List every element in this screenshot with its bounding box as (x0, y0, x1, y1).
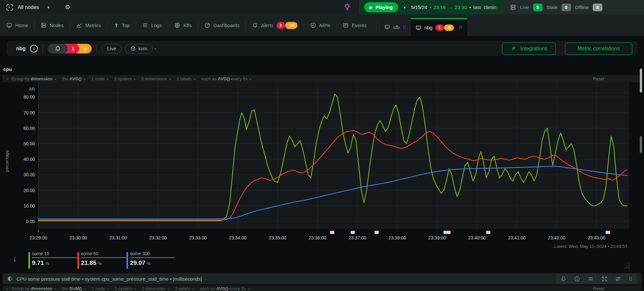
reset-button[interactable]: Reset (593, 76, 604, 81)
grip-icon[interactable] (459, 25, 462, 30)
nav-label: Metrics (85, 23, 101, 28)
legend-sort-arrow-icon[interactable]: ↓ (13, 254, 17, 263)
toolbar-dropdown[interactable]: 1 node▾ (91, 76, 108, 81)
main-nav: Home Nodes Metrics Top Logs K8s (0, 15, 644, 36)
integrations-button[interactable]: Integrations (502, 43, 556, 55)
node-alerts-bell[interactable] (48, 44, 68, 53)
scrollbar-thumb-secondary[interactable] (640, 136, 642, 153)
metric-correlations-button[interactable]: Metric correlations (565, 43, 632, 55)
chart-canvas[interactable]: 0.0010.0020.0030.0040.0050.0060.0070.008… (0, 82, 644, 250)
toolbar-dropdown[interactable]: 1 dimension▾ (142, 286, 169, 291)
node-scope-icon[interactable] (6, 4, 14, 11)
tab-nbg[interactable]: nbg 1 6 (411, 18, 467, 36)
legend-rule (32, 257, 77, 258)
node-scope-label[interactable]: All nodes (18, 5, 39, 10)
anomaly-marker[interactable] (351, 231, 355, 234)
chevron-down-icon: ▾ (107, 287, 109, 291)
chevron-down-icon: ▾ (192, 287, 194, 291)
alerts-warning-badge[interactable]: 10 (285, 22, 297, 29)
monitor-icon (416, 25, 421, 31)
anomaly-rate-band-label: AR (29, 87, 35, 92)
toolbar-dropdown[interactable]: Group by dimension▾ (12, 286, 56, 291)
sliders-icon[interactable] (615, 276, 621, 282)
toolbar-dropdown[interactable]: each as AVG() every 3s▾ (200, 286, 250, 291)
nav-item-k8s[interactable]: K8s (168, 15, 198, 36)
metrics-zigzag-icon[interactable] (588, 276, 594, 282)
scrollbar[interactable] (640, 0, 642, 291)
toolbar-dropdown[interactable]: 3 dimensions▾ (141, 76, 171, 81)
resize-handle[interactable] (625, 264, 630, 269)
nav-item-nodes[interactable]: Nodes (35, 15, 70, 36)
tab-sfb[interactable]: sfb (379, 18, 411, 36)
plot-area[interactable] (38, 82, 629, 229)
nav-item-alerts[interactable]: Alerts 2 10 (246, 15, 304, 36)
node-type-label: kvm (138, 46, 147, 51)
info-icon[interactable] (574, 276, 580, 282)
toolbar-dropdown[interactable]: 2 labels▾ (176, 76, 196, 81)
x-tick-label: 23:31:00 (109, 235, 127, 240)
anomaly-marker[interactable] (486, 231, 490, 234)
reset-button[interactable]: Reset (593, 286, 604, 291)
cpu-pressure-chart[interactable]: 0.0010.0020.0030.0040.0050.0060.0070.008… (0, 82, 644, 250)
y-tick-label: 70.00 (24, 110, 35, 115)
stale-count-badge[interactable]: 0 (561, 4, 571, 11)
lightbulb-icon[interactable] (344, 4, 351, 11)
nav-item-metrics[interactable]: Metrics (70, 15, 107, 36)
nav-item-dashboards[interactable]: Dashboards (198, 15, 246, 36)
nav-item-events[interactable]: Events (337, 15, 373, 36)
nav-item-logs[interactable]: Logs (136, 15, 168, 36)
nav-item-top[interactable]: Top (107, 15, 136, 36)
toolbar-dropdown[interactable]: Group by dimension▾ (12, 76, 56, 81)
anomaly-marker[interactable] (375, 231, 379, 234)
top-bar: All nodes ▾ ⚙ ▶ Playing ▾ 5/15/24 • 23:1… (0, 0, 644, 15)
toolbar-dropdown[interactable]: 2 labels▾ (175, 286, 194, 291)
toolbar-dropdown[interactable]: 1 system▾ (115, 286, 136, 291)
anomaly-marker[interactable] (444, 231, 451, 234)
y-tick-label: 30.00 (24, 172, 35, 177)
grip-icon[interactable] (402, 25, 406, 30)
expand-icon[interactable] (601, 276, 608, 282)
tab-critical-badge[interactable]: 1 (435, 24, 444, 31)
live-count-label[interactable]: Live (520, 5, 529, 10)
axis-left-marker: i (38, 229, 39, 233)
toolbar-dropdown[interactable]: 1 system▾ (114, 76, 136, 81)
offline-count-badge[interactable]: 4 (593, 4, 602, 11)
x-tick-label: 23:36:00 (309, 235, 327, 240)
stale-count-label[interactable]: Stale (547, 5, 558, 10)
y-axis-title: percentage (5, 150, 9, 172)
nav-label: Nodes (50, 23, 64, 28)
node-type-pill[interactable]: kvm (125, 44, 153, 53)
alerts-critical-badge[interactable]: 2 (277, 22, 285, 29)
timeframe-last: last (473, 5, 481, 10)
toolbar-dropdown[interactable]: the SUM()▾ (62, 286, 86, 291)
nav-item-home[interactable]: Home (0, 15, 34, 36)
nav-label: Logs (151, 23, 162, 28)
legend-entry-some-300[interactable]: some 300 29.07% (126, 251, 175, 267)
playing-button[interactable]: ▶ Playing (364, 2, 398, 12)
live-count-badge[interactable]: 5 (533, 4, 543, 11)
chevron-down-icon[interactable]: ▾ (47, 5, 50, 10)
scrollbar-thumb[interactable] (640, 69, 642, 92)
timeframe-text[interactable]: 5/15/24 • 23:18 → 23:33 • last 15min (411, 5, 496, 10)
bell-icon[interactable] (560, 276, 567, 282)
legend-entry-some-60[interactable]: some 60 21.85% (77, 251, 126, 267)
offline-count-label[interactable]: Offline (575, 5, 589, 10)
nav-item-anomaly-rate[interactable]: AR% (304, 15, 336, 36)
anomaly-marker[interactable] (606, 231, 610, 234)
x-tick-label: 23:37:00 (348, 235, 366, 240)
anomaly-marker[interactable] (330, 231, 334, 234)
node-status-pill[interactable]: Live (102, 44, 122, 53)
chart-legend: ↓ some 10 9.71% some 60 21.85% some 300 … (0, 250, 644, 270)
timeframe-chevron-icon[interactable]: ▾ (404, 5, 406, 10)
tab-warning-badge[interactable]: 6 (444, 24, 454, 31)
toolbar-dropdown[interactable]: the AVG()▾ (62, 76, 86, 81)
next-chart-header[interactable]: CPU some pressure stall time • system.cp… (3, 273, 641, 284)
toolbar-dropdown[interactable]: each as AVG() every 5s▾ (201, 76, 251, 81)
legend-entry-some-10[interactable]: some 10 9.71% (28, 251, 77, 267)
node-header: nbg i 1 6 Live kvm - Integrations Metric… (6, 41, 638, 56)
toolbar-dropdown[interactable]: 1 node▾ (92, 286, 109, 291)
grip-icon[interactable] (629, 276, 632, 281)
info-icon[interactable]: i (30, 45, 38, 53)
legend-rule (130, 257, 175, 258)
gear-icon[interactable]: ⚙ (65, 4, 70, 11)
